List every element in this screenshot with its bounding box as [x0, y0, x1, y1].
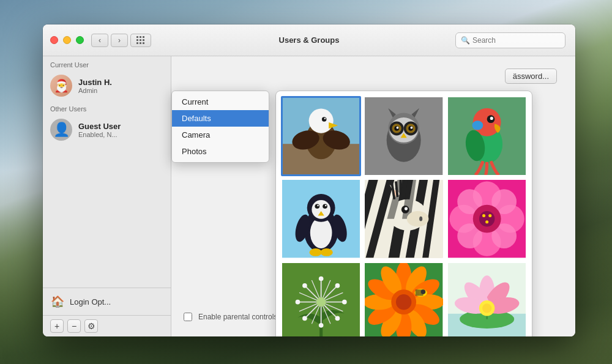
svg-point-73	[488, 214, 491, 217]
menu-item-defaults-label: Defaults	[182, 114, 211, 123]
guest-avatar-icon: 👤	[53, 122, 70, 138]
forward-button[interactable]: ›	[111, 34, 128, 47]
guest-user-status: Enabled, N...	[78, 131, 121, 138]
avatar-cell-dandelion[interactable]	[281, 262, 361, 336]
back-button[interactable]: ‹	[91, 34, 108, 47]
change-password-label: ässword...	[513, 72, 549, 81]
svg-point-120	[421, 289, 426, 294]
svg-point-130	[482, 303, 491, 313]
svg-point-19	[397, 127, 399, 129]
parental-controls-checkbox[interactable]	[184, 313, 192, 321]
sidebar-item-guest-user[interactable]: 👤 Guest User Enabled, N...	[43, 115, 171, 144]
svg-point-98	[302, 316, 307, 321]
svg-point-71	[479, 211, 494, 226]
gear-icon: ⚙	[88, 321, 95, 331]
menu-item-camera-label: Camera	[182, 130, 210, 139]
login-options-label: Login Opt...	[70, 297, 111, 306]
svg-point-96	[335, 316, 340, 321]
users-groups-window: ‹ › Users & Groups 🔍 Current User	[43, 24, 575, 336]
svg-point-27	[472, 121, 483, 130]
svg-rect-118	[416, 289, 419, 295]
sidebar-spacer	[43, 144, 171, 288]
svg-point-116	[396, 294, 411, 310]
svg-point-38	[317, 205, 319, 207]
current-user-name: Justin H.	[78, 78, 112, 87]
svg-point-93	[319, 276, 324, 281]
home-icon: 🏠	[50, 294, 65, 309]
svg-point-56	[419, 217, 422, 221]
menu-item-current-label: Current	[182, 97, 208, 106]
menu-item-photos[interactable]: Photos	[172, 143, 269, 160]
menu-item-current[interactable]: Current	[172, 94, 269, 110]
guest-user-name: Guest User	[78, 122, 121, 131]
svg-point-6	[324, 118, 326, 120]
search-input[interactable]	[472, 36, 560, 45]
svg-point-44	[320, 248, 332, 256]
traffic-lights	[50, 36, 84, 44]
svg-point-74	[485, 221, 488, 224]
avatar-grid	[281, 96, 527, 336]
sidebar: Current User 🎅 Justin H. Admin Other Use…	[43, 56, 171, 336]
svg-point-72	[482, 214, 485, 217]
current-user-section-label: Current User	[43, 56, 171, 71]
current-user-avatar: 🎅	[50, 75, 72, 97]
forward-icon: ›	[118, 36, 121, 45]
source-menu: Current Defaults Camera Photos	[171, 91, 269, 163]
current-user-info: Justin H. Admin	[78, 78, 112, 94]
svg-point-97	[319, 323, 324, 328]
svg-point-36	[315, 204, 319, 209]
add-user-button[interactable]: +	[50, 319, 64, 333]
svg-point-5	[322, 117, 327, 122]
title-bar: ‹ › Users & Groups 🔍	[43, 24, 575, 56]
menu-item-photos-label: Photos	[182, 147, 206, 156]
svg-point-55	[407, 211, 429, 226]
menu-item-camera[interactable]: Camera	[172, 127, 269, 143]
avatar-emoji: 🎅	[54, 78, 69, 93]
svg-point-20	[411, 127, 413, 129]
window-title: Users & Groups	[279, 35, 340, 45]
svg-point-37	[323, 204, 327, 209]
grid-icon	[136, 36, 145, 45]
svg-point-43	[310, 248, 322, 256]
avatar-cell-eagle[interactable]	[281, 96, 361, 176]
back-icon: ‹	[99, 36, 101, 45]
svg-point-100	[302, 283, 307, 288]
close-button[interactable]	[50, 36, 58, 44]
avatar-cell-orange-flower[interactable]	[364, 262, 444, 336]
search-bar[interactable]: 🔍	[455, 32, 565, 48]
avatar-panel: Cancel Save	[275, 91, 532, 336]
svg-point-94	[335, 283, 340, 288]
svg-point-39	[325, 205, 327, 207]
svg-point-99	[296, 300, 300, 305]
avatar-cell-lotus[interactable]	[447, 262, 527, 336]
sidebar-bottom-bar: + − ⚙	[43, 315, 171, 336]
maximize-button[interactable]	[76, 36, 84, 44]
nav-buttons: ‹ ›	[91, 34, 128, 47]
avatar-cell-owl[interactable]	[364, 96, 444, 176]
other-users-section-label: Other Users	[43, 100, 171, 115]
view-switcher-button[interactable]	[130, 34, 151, 47]
plus-icon: +	[54, 321, 59, 331]
remove-user-button[interactable]: −	[67, 319, 81, 333]
svg-point-101	[316, 297, 326, 306]
svg-point-35	[312, 200, 330, 219]
avatar-cell-penguin[interactable]	[281, 179, 361, 259]
svg-point-29	[490, 117, 493, 120]
sidebar-item-current-user[interactable]: 🎅 Justin H. Admin	[43, 71, 171, 100]
avatar-cell-pink-flower[interactable]	[447, 179, 527, 259]
current-user-role: Admin	[78, 87, 112, 94]
settings-button[interactable]: ⚙	[84, 319, 98, 333]
search-icon: 🔍	[461, 36, 470, 45]
guest-user-avatar: 👤	[50, 119, 72, 141]
menu-item-defaults[interactable]: Defaults	[172, 110, 269, 127]
avatar-grid-scroll[interactable]	[276, 91, 532, 336]
minimize-button[interactable]	[63, 36, 71, 44]
minus-icon: −	[72, 321, 76, 331]
svg-point-58	[405, 207, 408, 210]
svg-point-95	[342, 300, 347, 305]
change-password-button[interactable]: ässword...	[505, 69, 557, 84]
avatar-cell-parrot[interactable]	[447, 96, 527, 176]
avatar-cell-zebra[interactable]	[364, 179, 444, 259]
parental-controls-label: Enable parental controls	[198, 313, 277, 321]
login-options-button[interactable]: 🏠 Login Opt...	[43, 288, 171, 315]
